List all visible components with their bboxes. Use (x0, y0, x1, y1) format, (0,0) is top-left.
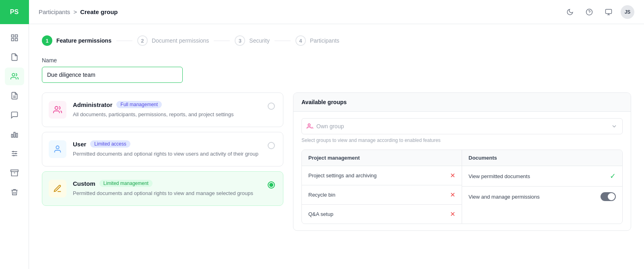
user-badge: Limited access (90, 140, 130, 148)
step-2-label: Document permissions (152, 37, 209, 44)
sidebar-item-settings[interactable] (5, 145, 24, 162)
roles-section: Administrator Full management All docume… (42, 92, 283, 231)
svg-point-13 (12, 151, 14, 152)
step-4[interactable]: 4 Participants (295, 35, 339, 46)
sidebar-item-archive[interactable] (5, 164, 24, 182)
dropdown-text: Own group (316, 123, 344, 129)
step-2[interactable]: 2 Document permissions (137, 35, 209, 46)
permissions-grid: Project management Documents (302, 150, 622, 166)
svg-rect-2 (15, 39, 17, 41)
dropdown-placeholder-wrap: Own group (307, 123, 344, 129)
administrator-radio[interactable] (268, 103, 275, 110)
role-card-custom[interactable]: Custom Limited management Permitted docu… (42, 171, 283, 206)
administrator-name: Administrator (73, 101, 112, 108)
svg-point-23 (55, 107, 58, 109)
perm-item-view-documents: View permitted documents ✓ (462, 166, 622, 187)
administrator-badge: Full management (116, 101, 162, 108)
manage-permissions-toggle[interactable] (601, 192, 616, 201)
user-title-row: User Limited access (73, 140, 261, 148)
groups-panel-body: Own group Select groups to view and mana… (293, 112, 631, 230)
header-actions: JS (563, 5, 634, 19)
groups-permissions-section: Available groups Own group Select groups… (293, 92, 631, 231)
permissions-table: Project management Documents Project set… (301, 150, 623, 224)
user-radio[interactable] (268, 142, 275, 149)
sidebar-item-reports[interactable] (5, 87, 24, 105)
role-card-user[interactable]: User Limited access Permitted documents … (42, 132, 283, 166)
documents-items: View permitted documents ✓ View and mana… (462, 166, 622, 224)
groups-panel-title: Available groups (301, 99, 347, 105)
perm-x-project-settings: ✕ (450, 172, 455, 179)
perm-item-qa-setup: Q&A setup ✕ (302, 205, 462, 224)
perm-label-qa-setup: Q&A setup (308, 211, 333, 217)
user-desc: Permitted documents and optional rights … (73, 150, 261, 158)
svg-rect-16 (10, 170, 18, 172)
svg-rect-3 (11, 39, 14, 41)
administrator-info: Administrator Full management All docume… (73, 101, 261, 119)
custom-title-row: Custom Limited management (73, 180, 261, 187)
perm-label-project-settings: Project settings and archiving (308, 172, 377, 179)
step-divider-3 (275, 41, 291, 41)
dark-mode-button[interactable] (563, 5, 577, 19)
sidebar-item-dashboard[interactable] (5, 29, 24, 47)
administrator-desc: All documents, participants, permissions… (73, 111, 261, 119)
svg-point-15 (13, 155, 14, 156)
user-role-name: User (73, 141, 86, 148)
content-area: 1 Feature permissions 2 Document permiss… (29, 24, 644, 269)
step-4-label: Participants (310, 37, 339, 44)
custom-desc: Permitted documents and optional rights … (73, 189, 261, 197)
name-label: Name (42, 57, 631, 64)
sidebar-item-analytics[interactable] (5, 125, 24, 143)
breadcrumb-current: Create group (80, 8, 118, 15)
perm-item-project-settings: Project settings and archiving ✕ (302, 166, 462, 185)
name-input[interactable] (42, 67, 183, 83)
user-avatar[interactable]: JS (621, 5, 634, 19)
step-4-number: 4 (295, 35, 306, 46)
own-group-dropdown[interactable]: Own group (301, 118, 623, 134)
sidebar-nav (0, 24, 29, 206)
perm-label-recycle-bin: Recycle bin (308, 192, 335, 198)
step-1[interactable]: 1 Feature permissions (42, 35, 111, 46)
svg-point-24 (56, 146, 59, 149)
sidebar-logo[interactable]: PS (0, 0, 29, 24)
svg-rect-7 (11, 134, 12, 138)
user-role-info: User Limited access Permitted documents … (73, 140, 261, 158)
documents-header: Documents (462, 150, 622, 166)
perm-item-manage-permissions: View and manage permissions (462, 187, 622, 207)
groups-panel-header: Available groups (293, 93, 631, 112)
form-name-section: Name (42, 57, 631, 83)
custom-role-info: Custom Limited management Permitted docu… (73, 180, 261, 197)
svg-rect-1 (15, 35, 17, 37)
help-button[interactable] (582, 5, 597, 19)
role-card-administrator[interactable]: Administrator Full management All docume… (42, 92, 283, 127)
dropdown-hint: Select groups to view and manage accordi… (301, 138, 623, 143)
custom-radio[interactable] (268, 181, 275, 189)
sidebar-item-participants[interactable] (5, 68, 24, 85)
step-3[interactable]: 3 Security (235, 35, 270, 46)
perm-x-qa-setup: ✕ (450, 210, 455, 218)
svg-rect-0 (11, 35, 14, 37)
custom-role-icon (49, 180, 66, 197)
sidebar-item-documents[interactable] (5, 48, 24, 66)
sidebar-item-trash[interactable] (5, 183, 24, 201)
perm-label-manage-permissions: View and manage permissions (469, 194, 540, 200)
chevron-down-icon (611, 123, 617, 129)
step-2-number: 2 (137, 35, 148, 46)
step-divider-1 (116, 41, 132, 41)
user-role-icon (49, 140, 66, 158)
permissions-body: Project settings and archiving ✕ Recycle… (302, 166, 622, 224)
svg-point-14 (15, 153, 16, 154)
svg-point-4 (12, 74, 15, 76)
header: Participants > Create group JS (29, 0, 644, 24)
svg-point-25 (308, 124, 310, 126)
svg-rect-8 (14, 132, 15, 138)
layout-button[interactable] (601, 5, 616, 19)
sidebar-item-messages[interactable] (5, 106, 24, 124)
project-management-items: Project settings and archiving ✕ Recycle… (302, 166, 462, 224)
custom-role-name: Custom (73, 180, 95, 187)
project-management-header: Project management (302, 150, 462, 166)
svg-rect-9 (16, 133, 17, 138)
breadcrumb-parent[interactable]: Participants (39, 8, 70, 15)
breadcrumb: Participants > Create group (39, 8, 118, 15)
perm-x-recycle-bin: ✕ (450, 191, 455, 199)
svg-rect-20 (606, 9, 612, 14)
